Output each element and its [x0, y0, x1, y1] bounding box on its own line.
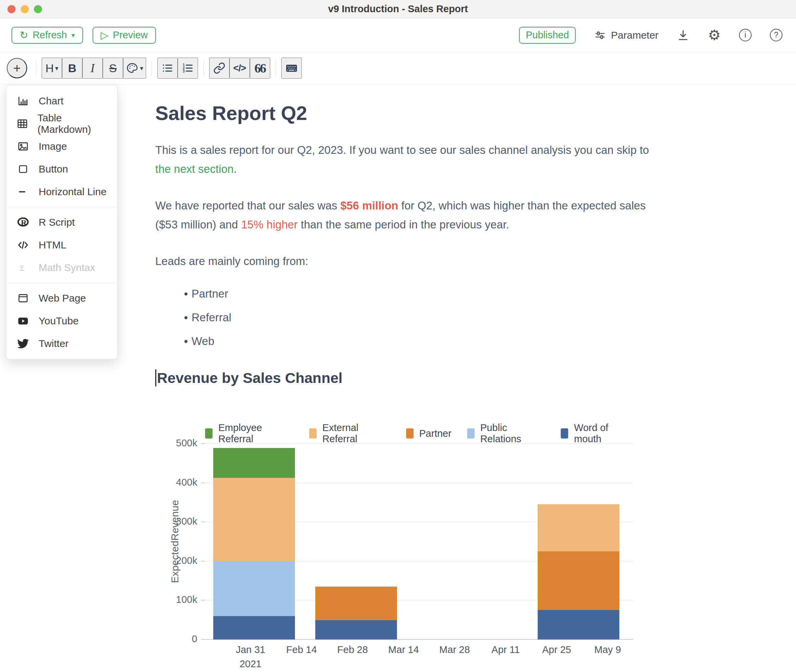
- close-window-button[interactable]: [8, 5, 16, 13]
- legend-swatch: [205, 428, 213, 438]
- bar-segment: [213, 478, 295, 561]
- bullet-list-icon: [161, 62, 174, 75]
- legend-item-partner[interactable]: Partner: [406, 422, 452, 445]
- legend-swatch: [309, 428, 317, 438]
- help-icon[interactable]: ?: [770, 29, 782, 42]
- y-tick-mark: [201, 443, 205, 444]
- menu-item-web-page[interactable]: Web Page: [6, 287, 117, 309]
- blockquote-button[interactable]: 66: [250, 58, 270, 78]
- menu-item-label: Math Syntax: [38, 262, 95, 274]
- legend-item-public-relations[interactable]: Public Relations: [467, 422, 546, 445]
- menu-item-image[interactable]: Image: [6, 135, 117, 158]
- svg-text:3: 3: [183, 69, 185, 73]
- twitter-icon: [16, 338, 30, 349]
- text-color-button[interactable]: ▾: [123, 58, 146, 78]
- bar-segment: [213, 448, 295, 478]
- gridline: [205, 443, 633, 444]
- web-page-icon: [16, 293, 30, 304]
- legend-item-employee-referral[interactable]: Employee Referral: [205, 422, 293, 445]
- horizontal-line-icon: [16, 186, 30, 198]
- legend-label: Partner: [420, 428, 452, 439]
- menu-item-label: Table (Markdown): [37, 112, 111, 135]
- preview-button[interactable]: ▷ Preview: [93, 27, 156, 44]
- bar-segment: [538, 610, 619, 640]
- published-badge[interactable]: Published: [519, 27, 576, 44]
- italic-button[interactable]: I: [82, 58, 103, 78]
- html-icon: [16, 239, 30, 251]
- paragraph-sales: We have reported that our sales was $56 …: [155, 196, 650, 234]
- highlighted-text: $56 million: [340, 199, 398, 212]
- gear-icon[interactable]: ⚙: [708, 28, 721, 42]
- legend-label: Word of mouth: [574, 422, 633, 445]
- bold-button[interactable]: B: [62, 58, 82, 78]
- menu-item-html[interactable]: HTML: [6, 234, 117, 256]
- insert-plus-button[interactable]: +: [7, 58, 27, 78]
- code-button[interactable]: </>: [229, 58, 250, 78]
- menu-item-label: Image: [38, 141, 67, 152]
- menu-item-r-script[interactable]: RR Script: [6, 211, 117, 234]
- y-tick-label: 200k: [155, 555, 197, 566]
- info-icon[interactable]: i: [739, 29, 751, 42]
- text-run: .: [234, 163, 237, 175]
- keyboard-shortcuts-button[interactable]: [281, 58, 302, 78]
- palette-icon: [126, 62, 139, 75]
- y-axis-title: ExpectedRevenue: [169, 500, 181, 583]
- menu-item-chart[interactable]: Chart: [6, 90, 117, 112]
- window-titlebar: v9 Introduction - Sales Report: [0, 0, 796, 18]
- menu-item-horizontal-line[interactable]: Horizontal Line: [6, 180, 117, 203]
- bar-segment: [538, 504, 619, 551]
- y-tick-mark: [201, 483, 205, 483]
- strikethrough-button[interactable]: S: [103, 58, 123, 78]
- bar-segment: [213, 561, 295, 616]
- next-section-link[interactable]: the next section: [155, 163, 234, 175]
- minimize-window-button[interactable]: [21, 5, 29, 13]
- legend-label: Employee Referral: [218, 422, 293, 445]
- y-tick-label: 500k: [155, 437, 197, 449]
- table-icon: [16, 118, 29, 130]
- y-tick-mark: [201, 639, 205, 640]
- list-item: Web: [192, 332, 650, 351]
- menu-item-label: Chart: [38, 95, 63, 107]
- legend-swatch: [467, 428, 475, 438]
- menu-item-twitter[interactable]: Twitter: [6, 332, 117, 355]
- toolbar-separator: [36, 60, 36, 76]
- parameter-button[interactable]: Parameter: [594, 29, 658, 42]
- menu-item-label: YouTube: [38, 315, 78, 327]
- youtube-icon: [16, 315, 30, 327]
- page-title: Sales Report Q2: [155, 101, 650, 125]
- download-icon[interactable]: [677, 29, 690, 42]
- window-controls: [8, 5, 42, 13]
- legend-item-word-of-mouth[interactable]: Word of mouth: [561, 422, 633, 445]
- link-button[interactable]: [209, 58, 229, 78]
- bar-segment: [315, 587, 397, 620]
- menu-item-label: Twitter: [38, 338, 69, 349]
- section-title: Revenue by Sales Channel: [155, 369, 650, 387]
- ordered-list-icon: 1 2 3: [181, 62, 194, 75]
- top-toolbar-right: Published Parameter ⚙ i ?: [519, 27, 782, 44]
- window-title: v9 Introduction - Sales Report: [328, 3, 468, 14]
- legend-item-external-referral[interactable]: External Referral: [309, 422, 391, 445]
- list-item: Partner: [192, 284, 650, 303]
- x-tick-label: May 9: [574, 644, 642, 655]
- menu-item-label: HTML: [38, 239, 66, 251]
- chevron-down-icon: ▾: [72, 31, 75, 39]
- y-tick-mark: [201, 522, 205, 522]
- legend-label: Public Relations: [480, 422, 546, 445]
- ordered-list-button[interactable]: 1 2 3: [178, 58, 198, 78]
- menu-item-button[interactable]: Button: [6, 158, 117, 180]
- paragraph-leads: Leads are mainly coming from:: [155, 252, 650, 271]
- bullet-list-button[interactable]: [157, 58, 178, 78]
- menu-item-youtube[interactable]: YouTube: [6, 309, 117, 332]
- chevron-down-icon: ▾: [140, 64, 143, 72]
- top-toolbar: ↻ Refresh ▾ ▷ Preview Published Paramete…: [0, 18, 796, 52]
- heading-button[interactable]: H ▾: [42, 58, 62, 78]
- refresh-button[interactable]: ↻ Refresh ▾: [11, 27, 83, 44]
- text-cursor: [155, 370, 156, 386]
- link-icon: [213, 62, 226, 74]
- toolbar-separator: [152, 60, 152, 76]
- legend-label: External Referral: [322, 422, 391, 445]
- zoom-window-button[interactable]: [34, 5, 42, 13]
- menu-item-label: Horizontal Line: [38, 186, 106, 198]
- menu-item-table-markdown[interactable]: Table (Markdown): [6, 112, 117, 135]
- menu-divider: [6, 283, 117, 283]
